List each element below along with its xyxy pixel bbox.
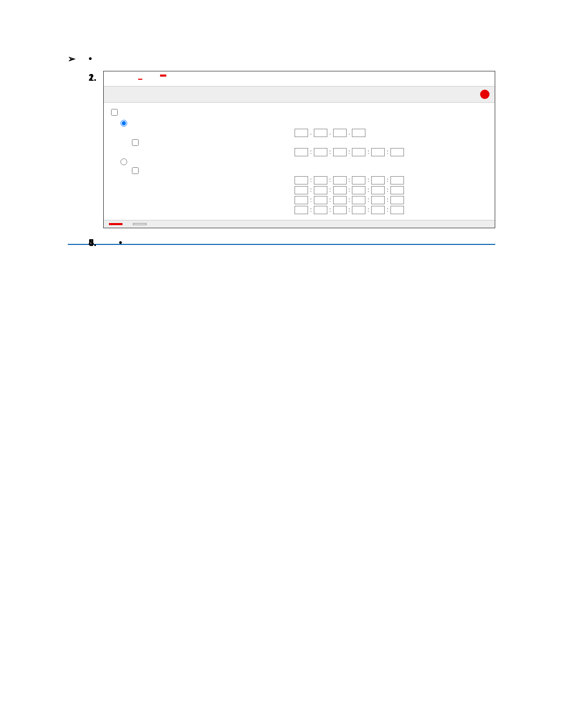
rmac4-6[interactable] — [390, 206, 404, 214]
sub-wifi-repeating[interactable] — [138, 79, 142, 80]
rmac3-3[interactable] — [333, 196, 347, 204]
rmac1-2[interactable] — [314, 176, 327, 184]
help-icon[interactable] — [480, 90, 489, 99]
router-ui-screenshot: . . . : : : : : — [103, 71, 495, 228]
rmac4-4[interactable] — [352, 206, 365, 214]
menu-advanced[interactable] — [160, 75, 166, 77]
rmac2-4[interactable] — [352, 186, 365, 194]
rmac4-1[interactable] — [295, 206, 308, 214]
rmac2-6[interactable] — [390, 186, 404, 194]
rmac3-2[interactable] — [314, 196, 327, 204]
rmac2-2[interactable] — [314, 186, 327, 194]
rmac1-3[interactable] — [333, 176, 347, 184]
procedure-heading: ➢ — [68, 52, 495, 66]
rmac4-5[interactable] — [371, 206, 385, 214]
rmac3-5[interactable] — [371, 196, 385, 204]
sub-menu-bar-2 — [104, 81, 495, 83]
rmac1-6[interactable] — [390, 176, 404, 184]
rmac3-1[interactable] — [295, 196, 308, 204]
rmac2-1[interactable] — [295, 186, 308, 194]
rmac2-5[interactable] — [371, 186, 385, 194]
base-mac-2[interactable] — [314, 148, 327, 156]
rmac1-1[interactable] — [295, 176, 308, 184]
base-station-radio[interactable] — [120, 158, 127, 165]
rmac4-3[interactable] — [333, 206, 347, 214]
base-mac-4[interactable] — [352, 148, 365, 156]
repeater-radio[interactable] — [120, 120, 127, 127]
panel-footer — [104, 220, 495, 228]
repeater-ip-1[interactable] — [295, 129, 308, 137]
base-mac-1[interactable] — [295, 148, 308, 156]
rmac3-4[interactable] — [352, 196, 365, 204]
repeater-ip-3[interactable] — [333, 129, 347, 137]
disable-assoc-checkbox-1[interactable] — [132, 139, 139, 146]
rmac3-6[interactable] — [390, 196, 404, 204]
apply-button[interactable] — [109, 223, 123, 225]
footer-rule — [68, 244, 495, 245]
enable-repeating-checkbox[interactable] — [111, 109, 118, 116]
repeater-ip-2[interactable] — [314, 129, 327, 137]
rmac2-3[interactable] — [333, 186, 347, 194]
rmac4-2[interactable] — [314, 206, 327, 214]
base-mac-5[interactable] — [371, 148, 385, 156]
steps-list: . . . : : : : : — [68, 71, 495, 228]
disable-assoc-checkbox-2[interactable] — [132, 167, 139, 174]
cancel-button[interactable] — [133, 223, 146, 225]
rmac1-5[interactable] — [371, 176, 385, 184]
main-menu-bar — [104, 71, 495, 78]
base-mac-6[interactable] — [390, 148, 404, 156]
base-mac-3[interactable] — [333, 148, 347, 156]
arrow-icon: ➢ — [68, 54, 76, 64]
panel-header — [104, 86, 495, 103]
panel-body: . . . : : : : : — [104, 103, 495, 220]
step: . . . : : : : : — [89, 71, 495, 228]
repeater-ip-4[interactable] — [352, 129, 365, 137]
rmac1-4[interactable] — [352, 176, 365, 184]
